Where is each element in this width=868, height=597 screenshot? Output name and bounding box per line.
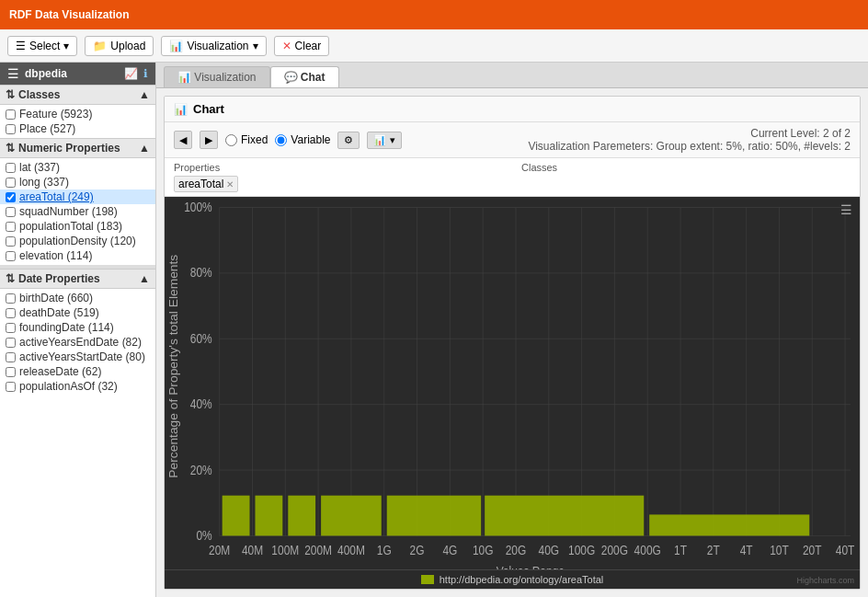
property-tag: areaTotal ✕ bbox=[174, 176, 238, 192]
settings-button[interactable]: ⚙ bbox=[337, 132, 360, 149]
populationtotal-checkbox[interactable] bbox=[6, 222, 16, 232]
info-icon: ℹ bbox=[143, 67, 148, 80]
date-list: birthDate (660) deathDate (519) founding… bbox=[0, 289, 155, 396]
svg-text:20%: 20% bbox=[190, 463, 212, 477]
place-checkbox[interactable] bbox=[6, 124, 16, 134]
chat-tab-icon: 💬 bbox=[284, 71, 298, 84]
activeyearsstartdate-checkbox[interactable] bbox=[6, 352, 16, 362]
activeyearsenddate-checkbox[interactable] bbox=[6, 338, 16, 348]
chart-area: ☰ bbox=[165, 197, 860, 589]
list-item[interactable]: populationDensity (120) bbox=[0, 234, 155, 248]
chart-type-button[interactable]: 📊 ▾ bbox=[367, 132, 401, 149]
visualization-button[interactable]: 📊 Visualization ▾ bbox=[161, 36, 266, 56]
highcharts-watermark: Highcharts.com bbox=[796, 576, 854, 585]
deathdate-checkbox[interactable] bbox=[6, 308, 16, 318]
current-level-text: Current Level: 2 of 2 bbox=[528, 127, 851, 140]
classes-label: Classes bbox=[521, 162, 851, 173]
elevation-checkbox[interactable] bbox=[6, 251, 16, 261]
populationdensity-checkbox[interactable] bbox=[6, 236, 16, 247]
svg-text:40G: 40G bbox=[539, 543, 560, 557]
app-header: RDF Data Visualization bbox=[0, 0, 868, 29]
list-item[interactable]: long (337) bbox=[0, 175, 155, 189]
current-level-info: Current Level: 2 of 2 Visualization Pare… bbox=[528, 127, 851, 153]
foundingdate-checkbox[interactable] bbox=[6, 323, 16, 333]
list-item[interactable]: elevation (114) bbox=[0, 248, 155, 263]
svg-text:Percentage of Property's total: Percentage of Property's total Elements bbox=[167, 255, 180, 478]
list-item[interactable]: birthDate (660) bbox=[0, 291, 155, 305]
list-item[interactable]: activeYearsEndDate (82) bbox=[0, 335, 155, 350]
clear-button[interactable]: ✕ Clear bbox=[274, 36, 330, 56]
hamburger-menu-button[interactable]: ☰ bbox=[840, 202, 852, 217]
svg-text:200M: 200M bbox=[304, 543, 332, 557]
viz-icon: 📊 bbox=[169, 40, 183, 52]
list-item[interactable]: areaTotal (249) bbox=[0, 189, 155, 204]
svg-text:40T: 40T bbox=[836, 543, 855, 557]
list-item[interactable]: activeYearsStartDate (80) bbox=[0, 350, 155, 364]
birthdate-checkbox[interactable] bbox=[6, 293, 16, 304]
app-title: RDF Data Visualization bbox=[9, 8, 129, 21]
classes-section: Classes bbox=[521, 162, 851, 192]
viz-tab-icon: 📊 bbox=[177, 71, 191, 84]
svg-rect-39 bbox=[485, 496, 644, 536]
properties-section: Properties areaTotal ✕ bbox=[174, 162, 503, 192]
svg-text:4T: 4T bbox=[740, 543, 753, 557]
list-item[interactable]: Feature (5923) bbox=[0, 107, 155, 121]
property-tag-close[interactable]: ✕ bbox=[226, 179, 234, 189]
variable-radio-group: Variable bbox=[275, 133, 330, 146]
select-button[interactable]: ☰ Select ▾ bbox=[7, 36, 77, 56]
svg-text:0%: 0% bbox=[196, 528, 212, 543]
upload-button[interactable]: 📁 Upload bbox=[85, 36, 154, 56]
variable-label: Variable bbox=[291, 133, 330, 146]
svg-rect-38 bbox=[387, 496, 481, 536]
svg-text:40M: 40M bbox=[242, 543, 263, 557]
areatotal-checkbox[interactable] bbox=[6, 192, 16, 202]
lat-checkbox[interactable] bbox=[6, 163, 16, 173]
chart-toolbar: ◀ ▶ Fixed Variable ⚙ 📊 ▾ Current Level: … bbox=[165, 122, 860, 158]
squadnumber-checkbox[interactable] bbox=[6, 207, 16, 217]
populationasof-checkbox[interactable] bbox=[6, 382, 16, 392]
sort-icon: ⇅ bbox=[6, 142, 15, 155]
long-checkbox[interactable] bbox=[6, 178, 16, 188]
svg-text:40%: 40% bbox=[190, 396, 212, 411]
chart-svg: 100% 80% 60% 40% 20% 0% Percentage of Pr… bbox=[165, 197, 860, 589]
expand-icon: ▲ bbox=[139, 88, 150, 101]
chart-title: Chart bbox=[193, 102, 224, 116]
main-layout: ☰ dbpedia 📈 ℹ ⇅ Classes ▲ Feature (5923)… bbox=[0, 63, 868, 597]
list-item[interactable]: foundingDate (114) bbox=[0, 320, 155, 335]
releasedate-checkbox[interactable] bbox=[6, 367, 16, 377]
numeric-section-header: ⇅ Numeric Properties ▲ bbox=[0, 138, 155, 158]
props-classes-row: Properties areaTotal ✕ Classes bbox=[165, 158, 860, 197]
svg-text:80%: 80% bbox=[190, 266, 212, 281]
list-item[interactable]: deathDate (519) bbox=[0, 305, 155, 320]
fixed-radio-group: Fixed bbox=[225, 133, 268, 146]
feature-checkbox[interactable] bbox=[6, 109, 16, 120]
legend-label: http://dbpedia.org/ontology/areaTotal bbox=[440, 574, 604, 585]
svg-rect-35 bbox=[255, 496, 282, 536]
list-item[interactable]: releaseDate (62) bbox=[0, 364, 155, 379]
nav-forward-button[interactable]: ▶ bbox=[200, 131, 218, 149]
list-item[interactable]: lat (337) bbox=[0, 160, 155, 175]
list-item[interactable]: populationAsOf (32) bbox=[0, 379, 155, 394]
list-item[interactable]: Place (527) bbox=[0, 121, 155, 136]
sidebar-header: ☰ dbpedia 📈 ℹ bbox=[0, 63, 155, 85]
chart-panel: 📊 Chart ◀ ▶ Fixed Variable ⚙ 📊 ▾ Curren bbox=[164, 96, 861, 590]
upload-icon: 📁 bbox=[93, 40, 107, 52]
tab-visualization[interactable]: 📊 Visualization bbox=[164, 66, 270, 87]
chart-icon: 📊 bbox=[174, 103, 188, 116]
list-item[interactable]: squadNumber (198) bbox=[0, 204, 155, 219]
fixed-label: Fixed bbox=[241, 133, 268, 146]
chevron-down-icon: ▾ bbox=[63, 40, 69, 52]
svg-text:2G: 2G bbox=[410, 543, 425, 557]
list-item[interactable]: populationTotal (183) bbox=[0, 219, 155, 234]
tab-chat[interactable]: 💬 Chat bbox=[270, 66, 339, 87]
hamburger-icon: ☰ bbox=[7, 66, 19, 81]
content-area: 📊 Visualization 💬 Chat 📊 Chart ◀ ▶ Fix bbox=[156, 63, 868, 597]
fixed-radio[interactable] bbox=[225, 134, 237, 146]
chart-icon: 📈 bbox=[124, 67, 138, 80]
svg-rect-34 bbox=[223, 496, 250, 536]
svg-text:400G: 400G bbox=[634, 543, 661, 557]
variable-radio[interactable] bbox=[275, 134, 287, 146]
svg-rect-36 bbox=[288, 496, 315, 536]
nav-back-button[interactable]: ◀ bbox=[174, 131, 192, 149]
svg-text:4G: 4G bbox=[442, 543, 457, 557]
